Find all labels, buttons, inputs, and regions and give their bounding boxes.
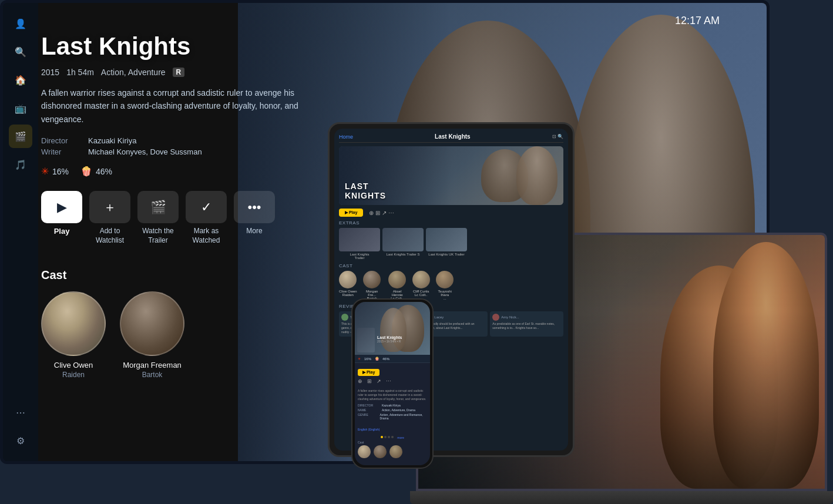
- tablet-reviewer-3: Amy Nick...: [492, 314, 561, 321]
- tablet-cast-label: Cast: [339, 263, 563, 268]
- phone-genre-value: Action, Adventure, Drama: [382, 408, 415, 412]
- play-button[interactable]: ▶ Play: [41, 191, 82, 237]
- more-icon: •••: [247, 200, 261, 215]
- cast-item-clive-owen[interactable]: Clive Owen Raiden: [41, 291, 106, 379]
- mark-watched-icon-wrap: ✓: [186, 191, 227, 223]
- phone-genre-label: GENRE: [358, 413, 376, 420]
- tablet-reviewer-avatar-3: [492, 314, 499, 321]
- tablet-cast-mf[interactable]: Morgan Fre...Bartok: [362, 271, 382, 300]
- tablet-cast-row: Clive OwenRaiden Morgan Fre...Bartok Aks…: [339, 271, 563, 300]
- tablet-extras-row: Last KnightsTrailer Last Knights Trailer…: [339, 228, 563, 260]
- rating-badge: R: [173, 68, 185, 77]
- tablet-extra-1[interactable]: Last KnightsTrailer: [339, 228, 380, 260]
- phone-popcorn-icon: 🍿: [375, 357, 379, 361]
- movie-duration: 1h 54m: [66, 68, 94, 77]
- phone-add-icon[interactable]: ⊕: [358, 378, 362, 384]
- phone-play-label: ▶ Play: [362, 370, 375, 375]
- phone-movie-title: Last Knights: [377, 335, 402, 340]
- tablet-movie-title: LASTKNIGHTS: [345, 182, 386, 200]
- sidebar-item-tv[interactable]: 📺: [9, 96, 32, 120]
- check-icon: ✓: [201, 200, 211, 215]
- tablet-extra-thumb-2: [382, 228, 424, 251]
- tablet-play-label: ▶ Play: [345, 210, 357, 215]
- tablet-extra-label-1: Last KnightsTrailer: [339, 253, 380, 260]
- tablet-extra-3[interactable]: Last Knights UK Trailer: [426, 228, 467, 260]
- mark-watched-button[interactable]: ✓ Mark asWatched: [186, 191, 227, 245]
- phone-play-button[interactable]: ▶ Play: [358, 369, 379, 376]
- sidebar-item-home[interactable]: 🏠: [9, 68, 32, 92]
- tablet-extras-label: Extras: [339, 220, 563, 226]
- phone-cast-row: [355, 445, 430, 458]
- movie-meta: 2015 1h 54m Action, Adventure R: [41, 68, 394, 77]
- tablet-extra-2[interactable]: Last Knights Trailer S: [382, 228, 424, 260]
- tablet-cast-ti[interactable]: Tsuyoshi Ihara...: [435, 271, 455, 300]
- more-label: More: [246, 227, 262, 236]
- phone-cast-label: Cast: [355, 441, 430, 444]
- tablet-reviewer-avatar-1: [341, 314, 348, 321]
- tablet-play-btn[interactable]: ▶ Play: [339, 209, 363, 217]
- tablet-hero: LASTKNIGHTS: [339, 146, 563, 205]
- more-icon-wrap: •••: [234, 191, 275, 223]
- tablet-title: Last Knights: [358, 133, 548, 140]
- phone-genre-detail: Action, Adventure and Romance, Drama: [379, 413, 427, 420]
- play-icon-wrap: ▶: [41, 191, 82, 223]
- phone-description: A fallen warrior rises against a corrupt…: [355, 389, 430, 401]
- tablet-extra-label-2: Last Knights Trailer S: [382, 253, 424, 256]
- phone-grid-icon[interactable]: ⊞: [367, 378, 372, 384]
- director-value: Kazuaki Kiriya: [88, 136, 136, 145]
- phone-more-link[interactable]: more: [397, 436, 404, 439]
- phone-cast-ah[interactable]: [389, 445, 402, 458]
- popcorn-icon: 🍿: [80, 166, 92, 177]
- sidebar-item-search[interactable]: 🔍: [9, 40, 32, 63]
- director-label: Director: [41, 136, 76, 145]
- movie-genres: Action, Adventure: [101, 68, 166, 77]
- phone-more-icon[interactable]: ⋯: [386, 378, 391, 384]
- more-button[interactable]: ••• More: [234, 191, 275, 236]
- phone-details: DIRECTOR Kazuaki Kiriya NAME Action, Adv…: [355, 401, 430, 422]
- cast-item-morgan-freeman[interactable]: Morgan Freeman Bartok: [120, 291, 184, 379]
- add-watchlist-icon-wrap: ＋: [89, 191, 130, 223]
- phone-detail-director: DIRECTOR Kazuaki Kiriya: [358, 404, 427, 407]
- tablet-avatar-ti: [436, 271, 454, 288]
- sidebar: 👤 🔍 🏠 📺 🎬 🎵 ⋯ ⚙: [3, 3, 38, 461]
- cast-role-clive-owen: Raiden: [62, 371, 85, 379]
- add-watchlist-button[interactable]: ＋ Add toWatchlist: [89, 191, 130, 245]
- phone-rt-icon: ✳: [358, 357, 361, 361]
- cast-role-morgan-freeman: Bartok: [142, 371, 163, 379]
- watch-trailer-button[interactable]: 🎬 Watch theTrailer: [137, 191, 179, 245]
- sidebar-item-movies[interactable]: 🎬: [9, 125, 32, 148]
- phone-director-label: DIRECTOR: [358, 404, 378, 407]
- tablet-cast-name-cc: Cliff CurtisLc Colt..: [413, 290, 429, 297]
- tablet-back-button[interactable]: Home: [339, 134, 353, 140]
- tablet-cast-cc[interactable]: Cliff CurtisLc Colt..: [412, 271, 430, 300]
- movie-description: A fallen warrior rises against a corrupt…: [41, 86, 335, 126]
- tablet-actions: ▶ Play ⊕ ⊞ ↗ ⋯: [339, 209, 563, 217]
- rt-score-value: 16%: [52, 167, 69, 176]
- phone-frame: Last Knights 2015 • 1h 54m • R ✳ 16% 🍿 4…: [351, 298, 434, 469]
- sidebar-item-ellipsis[interactable]: ⋯: [9, 401, 32, 424]
- phone-screen: Last Knights 2015 • 1h 54m • R ✳ 16% 🍿 4…: [355, 302, 430, 465]
- sidebar-item-settings[interactable]: ⚙: [9, 429, 32, 452]
- sidebar-item-profile[interactable]: 👤: [9, 12, 32, 35]
- phone-share-icon[interactable]: ↗: [377, 378, 381, 384]
- tablet-cast-co[interactable]: Clive OwenRaiden: [339, 271, 357, 300]
- phone-language-value: English (English): [358, 428, 380, 431]
- phone-cast-mf[interactable]: [374, 445, 387, 458]
- cast-name-morgan-freeman: Morgan Freeman: [123, 361, 182, 369]
- phone-dots: more: [355, 435, 430, 441]
- phone-detail-name: NAME Action, Adventure, Drama: [358, 408, 427, 412]
- play-icon: ▶: [57, 200, 67, 215]
- phone-name-label: NAME: [358, 408, 378, 412]
- phone-cast-co[interactable]: [358, 445, 371, 458]
- laptop-base: [410, 491, 833, 504]
- phone-director-value: Kazuaki Kiriya: [382, 404, 401, 407]
- phone-dot-3: [391, 436, 394, 438]
- phone-language: English (English): [355, 422, 430, 435]
- sidebar-item-music[interactable]: 🎵: [9, 153, 32, 176]
- tablet-review-3: Amy Nick... As predictable as one of Ear…: [490, 311, 563, 337]
- watch-trailer-icon-wrap: 🎬: [137, 191, 179, 223]
- phone-title-area: Last Knights 2015 • 1h 54m • R: [377, 335, 402, 343]
- tablet-cast-ah[interactable]: Aksel HennieLc Colt..: [387, 271, 408, 300]
- phone-hero: Last Knights 2015 • 1h 54m • R: [355, 302, 430, 355]
- tablet-icons: ⊡ 🔍: [552, 134, 563, 139]
